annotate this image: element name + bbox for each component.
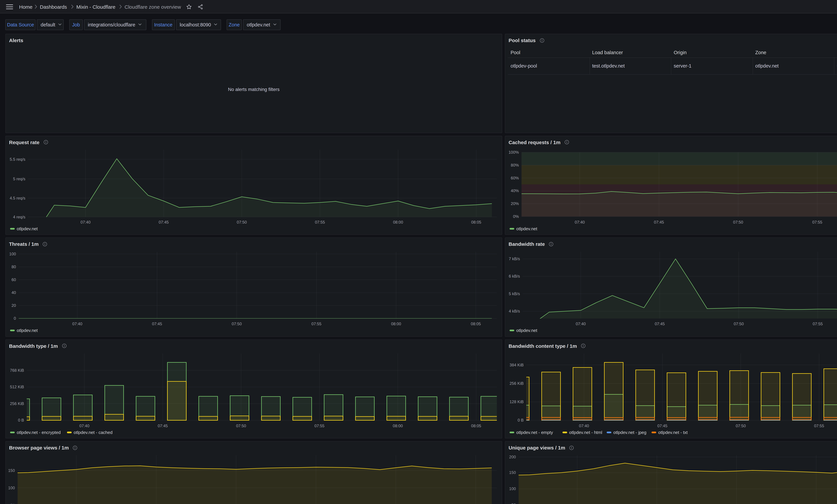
svg-text:40%: 40%	[511, 188, 519, 193]
svg-text:512 KiB: 512 KiB	[10, 385, 24, 389]
svg-text:5 req/s: 5 req/s	[13, 176, 25, 181]
svg-text:0 B: 0 B	[518, 418, 523, 422]
svg-text:07:50: 07:50	[232, 321, 242, 326]
svg-text:100%: 100%	[509, 150, 519, 154]
svg-text:384 KiB: 384 KiB	[510, 362, 523, 367]
svg-text:07:40: 07:40	[81, 220, 91, 224]
svg-text:07:45: 07:45	[152, 321, 162, 326]
svg-text:200: 200	[509, 455, 516, 459]
svg-text:07:50: 07:50	[236, 424, 246, 428]
svg-text:07:50: 07:50	[733, 220, 743, 224]
svg-text:otlpdev.net: otlpdev.net	[516, 226, 537, 231]
svg-text:5 kB/s: 5 kB/s	[509, 292, 520, 296]
svg-text:0: 0	[14, 316, 16, 321]
svg-text:07:45: 07:45	[159, 220, 169, 224]
svg-text:otlpdev.net - encrypted: otlpdev.net - encrypted	[17, 430, 61, 435]
svg-text:otlpdev.net: otlpdev.net	[17, 328, 38, 333]
svg-text:150: 150	[8, 468, 15, 473]
svg-text:08:00: 08:00	[393, 424, 403, 428]
svg-text:07:50: 07:50	[736, 424, 746, 428]
svg-text:150: 150	[509, 470, 516, 475]
svg-text:07:45: 07:45	[158, 424, 168, 428]
svg-text:100: 100	[509, 486, 516, 491]
svg-text:07:55: 07:55	[814, 424, 824, 428]
svg-text:07:40: 07:40	[579, 424, 589, 428]
svg-text:4 kB/s: 4 kB/s	[509, 309, 520, 313]
svg-text:60: 60	[12, 277, 16, 282]
svg-text:256 KiB: 256 KiB	[510, 381, 523, 386]
svg-text:07:45: 07:45	[655, 321, 665, 326]
svg-text:40: 40	[12, 290, 16, 295]
svg-text:6 kB/s: 6 kB/s	[509, 274, 520, 278]
svg-text:08:00: 08:00	[391, 321, 401, 326]
svg-text:07:55: 07:55	[315, 220, 325, 224]
svg-text:07:55: 07:55	[314, 424, 324, 428]
svg-text:07:40: 07:40	[72, 321, 82, 326]
svg-text:20%: 20%	[511, 201, 519, 206]
svg-text:otlpdev.net - cached: otlpdev.net - cached	[74, 430, 112, 435]
svg-text:256 KiB: 256 KiB	[10, 401, 24, 406]
svg-text:4 req/s: 4 req/s	[13, 214, 25, 219]
svg-text:60%: 60%	[511, 175, 519, 180]
svg-text:08:05: 08:05	[471, 424, 481, 428]
svg-text:4.5 req/s: 4.5 req/s	[10, 195, 25, 200]
svg-text:0%: 0%	[513, 214, 519, 219]
svg-text:100: 100	[9, 252, 16, 256]
svg-text:08:00: 08:00	[393, 220, 403, 224]
svg-text:80: 80	[12, 264, 16, 269]
svg-text:80%: 80%	[511, 163, 519, 167]
svg-text:5.5 req/s: 5.5 req/s	[10, 157, 25, 161]
svg-text:07:40: 07:40	[575, 220, 585, 224]
svg-text:50: 50	[11, 503, 15, 504]
svg-text:100: 100	[8, 486, 15, 490]
svg-text:07:40: 07:40	[576, 321, 586, 326]
svg-text:20: 20	[12, 303, 16, 308]
svg-text:07:45: 07:45	[654, 220, 664, 224]
svg-text:0 B: 0 B	[18, 418, 24, 422]
svg-text:otlpdev.net - jpeg: otlpdev.net - jpeg	[613, 430, 646, 435]
svg-text:otlpdev.net - empty: otlpdev.net - empty	[516, 430, 553, 435]
svg-text:128 KiB: 128 KiB	[510, 399, 523, 404]
svg-text:07:55: 07:55	[813, 321, 823, 326]
svg-text:50: 50	[512, 503, 516, 504]
svg-text:07:50: 07:50	[734, 321, 744, 326]
svg-text:otlpdev.net - html: otlpdev.net - html	[569, 430, 602, 435]
svg-text:07:55: 07:55	[311, 321, 321, 326]
svg-text:07:55: 07:55	[812, 220, 822, 224]
svg-text:otlpdev.net - txt: otlpdev.net - txt	[658, 430, 688, 435]
svg-text:08:05: 08:05	[471, 220, 481, 224]
svg-text:07:50: 07:50	[237, 220, 247, 224]
svg-text:7 kB/s: 7 kB/s	[509, 257, 520, 261]
svg-text:07:40: 07:40	[79, 424, 89, 428]
svg-text:768 KiB: 768 KiB	[10, 368, 24, 372]
svg-text:otlpdev.net: otlpdev.net	[516, 328, 537, 333]
svg-text:otlpdev.net: otlpdev.net	[17, 226, 38, 231]
svg-text:08:05: 08:05	[471, 321, 481, 326]
svg-text:07:45: 07:45	[657, 424, 667, 428]
